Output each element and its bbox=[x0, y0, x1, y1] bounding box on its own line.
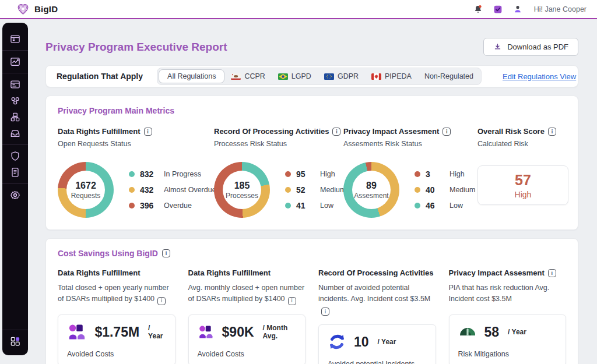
info-icon[interactable] bbox=[288, 297, 296, 305]
brand-name: BigID bbox=[34, 4, 58, 14]
regulations-filter: All Regulations CCPR LGPD bbox=[157, 68, 482, 85]
legend-dot bbox=[415, 187, 420, 193]
legend: 95High 52Medium 41Low bbox=[285, 169, 346, 210]
notifications-bell-icon[interactable] bbox=[472, 3, 484, 15]
donut-chart-requests: 1672 Requests bbox=[58, 162, 114, 218]
info-icon[interactable] bbox=[443, 128, 451, 136]
risk-score-card: 57 High bbox=[477, 165, 568, 205]
legend: 832In Progress 432Almost Overdue 396Over… bbox=[129, 169, 216, 210]
risk-score-level: High bbox=[515, 190, 532, 199]
settings-gear-icon[interactable] bbox=[2, 187, 28, 203]
apps-grid-icon[interactable] bbox=[2, 333, 28, 349]
dashboard-icon[interactable] bbox=[2, 31, 28, 47]
cost-card-avoided-costs-year: $1.75M / Year Avoided Costs bbox=[58, 314, 175, 364]
inbox-icon[interactable] bbox=[2, 125, 28, 142]
legend-dot bbox=[129, 203, 135, 208]
eu-flag bbox=[324, 73, 334, 80]
sync-icon bbox=[328, 333, 346, 351]
download-icon bbox=[493, 43, 502, 51]
metric-pia: Privacy Impact Assesment Assesments Risk… bbox=[343, 127, 477, 218]
legend-item: 52Medium bbox=[285, 185, 346, 195]
metric-ropa: Record Of Processing Activities Processe… bbox=[214, 127, 343, 218]
brazil-flag bbox=[278, 73, 288, 80]
page-title: Privacy Program Executive Report bbox=[45, 41, 227, 54]
tasks-check-icon[interactable] bbox=[492, 3, 504, 15]
california-flag bbox=[231, 73, 241, 80]
legend-dot bbox=[415, 171, 420, 177]
donut-chart-processes: 185 Processes bbox=[214, 162, 270, 218]
edit-regulations-link[interactable]: Edit Regulations View bbox=[503, 72, 576, 81]
legend-item: 46Low bbox=[415, 201, 475, 210]
risk-score-value: 57 bbox=[515, 172, 531, 189]
shield-icon[interactable] bbox=[2, 148, 28, 164]
info-icon[interactable] bbox=[321, 308, 329, 316]
metric-data-rights: Data Rights Fulfillment Open Requests St… bbox=[58, 127, 214, 218]
main-metrics-section: Privacy Program Main Metrics Data Rights… bbox=[45, 96, 578, 230]
top-bar: BigID Hi! Jane Cooper bbox=[0, 0, 597, 19]
regulations-bar: Regulation That Apply All Regulations CC… bbox=[45, 65, 578, 87]
legend-dot bbox=[129, 187, 135, 193]
legend-dot bbox=[285, 187, 291, 193]
cost-col-dsar-yearly: Data Rights Fulfillment Total closed + o… bbox=[58, 268, 175, 364]
data-map-icon[interactable] bbox=[2, 109, 28, 125]
main-metrics-title: Privacy Program Main Metrics bbox=[58, 106, 566, 115]
user-greeting: Hi! Jane Cooper bbox=[534, 5, 587, 13]
info-icon[interactable] bbox=[162, 249, 170, 257]
filter-gdpr[interactable]: GDPR bbox=[318, 70, 365, 83]
info-icon[interactable] bbox=[157, 297, 166, 305]
sidebar-nav bbox=[2, 23, 28, 355]
legend-item: 40Medium bbox=[415, 185, 475, 195]
legend-dot bbox=[285, 203, 291, 208]
cost-col-incidents: Record Of Processing Activities Number o… bbox=[318, 268, 436, 364]
filter-ccpr[interactable]: CCPR bbox=[224, 70, 271, 83]
info-icon[interactable] bbox=[144, 128, 152, 136]
people-icon bbox=[67, 323, 87, 341]
brand: BigID bbox=[16, 3, 58, 16]
user-profile-icon[interactable] bbox=[512, 3, 524, 15]
filter-lgpd[interactable]: LGPD bbox=[272, 70, 318, 83]
cluster-icon[interactable] bbox=[2, 93, 28, 109]
sidebar-divider bbox=[2, 50, 28, 51]
legend-item: 95High bbox=[285, 169, 346, 179]
cost-card-risk-mitigations: 58 / Year Risk Mitigations bbox=[449, 314, 567, 364]
sidebar-divider bbox=[2, 144, 28, 145]
download-pdf-button[interactable]: Download as PDF bbox=[483, 38, 578, 56]
people-icon bbox=[198, 323, 215, 341]
legend-dot bbox=[129, 171, 135, 177]
analytics-icon[interactable] bbox=[2, 54, 28, 70]
filter-pipeda[interactable]: PIPEDA bbox=[365, 70, 418, 83]
legend-item: 41Low bbox=[285, 201, 346, 210]
sidebar-divider bbox=[2, 183, 28, 184]
info-icon[interactable] bbox=[548, 128, 556, 136]
cost-card-avoided-incidents: 10 / Year Avoided potential Incidents bbox=[318, 324, 436, 364]
metric-overall-risk: Overall Risk Score Calculated Risk 57 Hi… bbox=[477, 127, 568, 218]
main-content: Privacy Program Executive Report Downloa… bbox=[33, 20, 588, 364]
legend-dot bbox=[285, 171, 291, 177]
legend-item: 396Overdue bbox=[129, 201, 216, 210]
gauge-icon bbox=[458, 323, 477, 341]
cost-card-avoided-costs-month: $90K / Month Avg. Avoided Costs bbox=[188, 314, 306, 364]
report-icon[interactable] bbox=[2, 164, 28, 181]
info-icon[interactable] bbox=[548, 269, 556, 277]
filter-non-regulated[interactable]: Non-Regulated bbox=[418, 70, 480, 83]
cost-col-risk-mitigations: Privacy Impact Assesment PIA that has ri… bbox=[449, 268, 567, 364]
info-icon[interactable] bbox=[332, 128, 340, 136]
legend-item: 832In Progress bbox=[129, 169, 216, 179]
topbar-actions: Hi! Jane Cooper bbox=[472, 3, 587, 15]
sidebar-divider bbox=[2, 330, 28, 330]
cost-savings-section: Cost Savings Using BigID Data Rights Ful… bbox=[45, 238, 578, 364]
sidebar-divider bbox=[2, 73, 28, 73]
legend-item: 3High bbox=[415, 169, 475, 179]
legend-dot bbox=[415, 203, 420, 208]
bigid-logo-icon bbox=[16, 3, 30, 16]
donut-chart-assessments: 89 Assesment bbox=[343, 162, 399, 218]
legend: 3High 40Medium 46Low bbox=[415, 169, 475, 210]
cost-col-dsar-monthly: Data Rights Fulfillment Avg. monthly clo… bbox=[188, 268, 306, 364]
canada-flag bbox=[371, 73, 381, 80]
cost-savings-title: Cost Savings Using BigID bbox=[58, 249, 158, 258]
filter-all-regulations[interactable]: All Regulations bbox=[159, 69, 224, 83]
legend-item: 432Almost Overdue bbox=[129, 185, 216, 195]
regulations-label: Regulation That Apply bbox=[57, 72, 143, 81]
download-pdf-label: Download as PDF bbox=[507, 43, 568, 51]
catalog-icon[interactable] bbox=[2, 76, 28, 93]
